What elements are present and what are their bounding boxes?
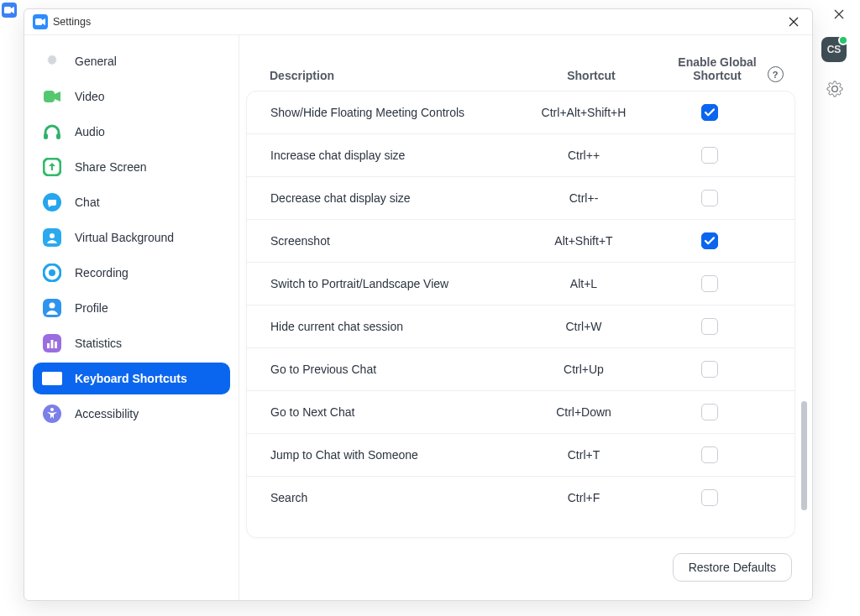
svg-point-9 <box>50 233 55 238</box>
sidebar-item-recording[interactable]: Recording <box>33 257 230 289</box>
settings-sidebar: GeneralVideoAudioShare ScreenChatVirtual… <box>24 35 239 600</box>
svg-rect-1 <box>35 18 42 25</box>
profile-icon <box>41 297 63 319</box>
sidebar-item-label: Chat <box>75 196 222 209</box>
video-icon <box>41 86 63 107</box>
sidebar-item-video[interactable]: Video <box>33 81 230 112</box>
svg-rect-4 <box>44 133 48 139</box>
header-shortcut: Shortcut <box>511 69 671 82</box>
share-screen-icon <box>41 156 63 178</box>
shortcut-row: Increase chat display sizeCtrl++ <box>247 134 794 177</box>
sidebar-item-keyboard-shortcuts[interactable]: Keyboard Shortcuts <box>33 363 230 394</box>
svg-rect-5 <box>56 133 60 139</box>
shortcut-description: Decrease chat display size <box>270 191 504 205</box>
enable-global-checkbox[interactable] <box>701 190 718 206</box>
sidebar-item-label: Video <box>75 90 222 103</box>
shortcut-description: Go to Next Chat <box>270 405 504 419</box>
close-icon <box>789 17 799 27</box>
enable-global-checkbox[interactable] <box>701 446 718 463</box>
sidebar-item-label: Share Screen <box>75 160 222 174</box>
shortcut-keys[interactable]: Ctrl+Down <box>504 405 663 419</box>
settings-main: Description Shortcut Enable Global Short… <box>239 35 812 600</box>
sidebar-item-label: Profile <box>75 301 222 315</box>
shortcut-keys[interactable]: Ctrl+Up <box>504 363 663 376</box>
shortcut-description: Search <box>270 491 504 504</box>
sidebar-item-label: Keyboard Shortcuts <box>75 372 222 385</box>
shortcut-keys[interactable]: Alt+L <box>504 277 663 290</box>
enable-global-checkbox[interactable] <box>701 361 718 378</box>
shortcut-description: Jump to Chat with Someone <box>270 448 504 462</box>
svg-rect-16 <box>51 340 54 348</box>
sidebar-item-label: Virtual Background <box>75 231 222 244</box>
svg-point-11 <box>49 269 55 276</box>
shortcut-keys[interactable]: Ctrl+- <box>504 191 663 205</box>
enable-global-checkbox[interactable] <box>701 275 718 292</box>
svg-point-25 <box>50 408 54 411</box>
sidebar-item-statistics[interactable]: Statistics <box>33 327 230 359</box>
sidebar-item-virtual-background[interactable]: Virtual Background <box>33 222 230 253</box>
virtual-background-icon <box>41 227 63 248</box>
svg-rect-17 <box>55 342 57 348</box>
chat-icon <box>41 191 63 213</box>
shortcut-row: ScreenshotAlt+Shift+T <box>247 220 794 263</box>
svg-rect-21 <box>51 374 54 377</box>
shortcut-keys[interactable]: Ctrl++ <box>504 149 663 162</box>
sidebar-item-profile[interactable]: Profile <box>33 292 230 324</box>
recording-icon <box>41 262 63 284</box>
svg-rect-23 <box>46 379 58 382</box>
window-title: Settings <box>53 16 91 28</box>
svg-rect-0 <box>4 7 11 13</box>
sidebar-item-label: Recording <box>75 266 222 279</box>
gear-icon <box>41 50 63 72</box>
svg-rect-15 <box>47 343 50 348</box>
shortcut-row: Go to Next ChatCtrl+Down <box>247 391 794 434</box>
shortcut-row: Decrease chat display sizeCtrl+- <box>247 177 794 220</box>
shortcut-description: Switch to Portrait/Landscape View <box>270 277 504 290</box>
restore-defaults-button[interactable]: Restore Defaults <box>673 553 792 582</box>
svg-rect-19 <box>45 374 47 377</box>
shortcut-description: Hide current chat session <box>270 320 504 333</box>
shortcut-keys[interactable]: Ctrl+F <box>504 491 663 504</box>
shortcut-keys[interactable]: Ctrl+T <box>504 448 663 462</box>
sidebar-item-label: General <box>75 55 222 68</box>
sidebar-item-label: Statistics <box>75 337 222 350</box>
svg-rect-22 <box>55 374 57 377</box>
header-description: Description <box>270 69 511 82</box>
shortcut-row: Jump to Chat with SomeoneCtrl+T <box>247 434 794 477</box>
enable-global-checkbox[interactable] <box>701 404 718 420</box>
shortcut-description: Screenshot <box>270 234 504 248</box>
sidebar-item-share-screen[interactable]: Share Screen <box>33 151 230 183</box>
settings-gear-icon[interactable] <box>826 81 843 101</box>
settings-modal: Settings GeneralVideoAudioShare ScreenCh… <box>24 8 813 601</box>
shortcut-keys[interactable]: Ctrl+W <box>504 320 663 333</box>
enable-global-checkbox[interactable] <box>701 489 718 506</box>
app-logo-icon <box>2 3 17 18</box>
enable-global-checkbox[interactable] <box>701 318 718 335</box>
scrollbar-thumb[interactable] <box>801 401 807 510</box>
accessibility-icon <box>41 403 63 425</box>
enable-global-checkbox[interactable] <box>701 147 718 164</box>
sidebar-item-chat[interactable]: Chat <box>33 186 230 218</box>
sidebar-item-accessibility[interactable]: Accessibility <box>33 398 230 430</box>
help-icon: ? <box>768 66 784 82</box>
shortcut-row: SearchCtrl+F <box>247 477 794 519</box>
zoom-logo-icon <box>33 14 48 29</box>
sidebar-item-label: Audio <box>75 125 222 138</box>
app-close-icon[interactable] <box>830 5 848 23</box>
titlebar: Settings <box>24 9 812 35</box>
headphones-icon <box>41 121 63 143</box>
enable-global-checkbox[interactable] <box>701 232 718 249</box>
header-help[interactable]: ? <box>763 66 787 82</box>
sidebar-item-audio[interactable]: Audio <box>33 116 230 148</box>
avatar[interactable]: CS <box>821 37 847 62</box>
shortcut-description: Increase chat display size <box>270 149 504 162</box>
enable-global-checkbox[interactable] <box>701 104 718 121</box>
sidebar-item-general[interactable]: General <box>33 45 230 77</box>
svg-rect-3 <box>44 91 55 102</box>
close-button[interactable] <box>784 12 804 32</box>
shortcut-description: Go to Previous Chat <box>270 363 504 376</box>
shortcut-keys[interactable]: Ctrl+Alt+Shift+H <box>504 106 663 119</box>
keyboard-icon <box>41 368 63 389</box>
shortcut-description: Show/Hide Floating Meeting Controls <box>270 106 504 119</box>
shortcut-keys[interactable]: Alt+Shift+T <box>504 234 663 248</box>
